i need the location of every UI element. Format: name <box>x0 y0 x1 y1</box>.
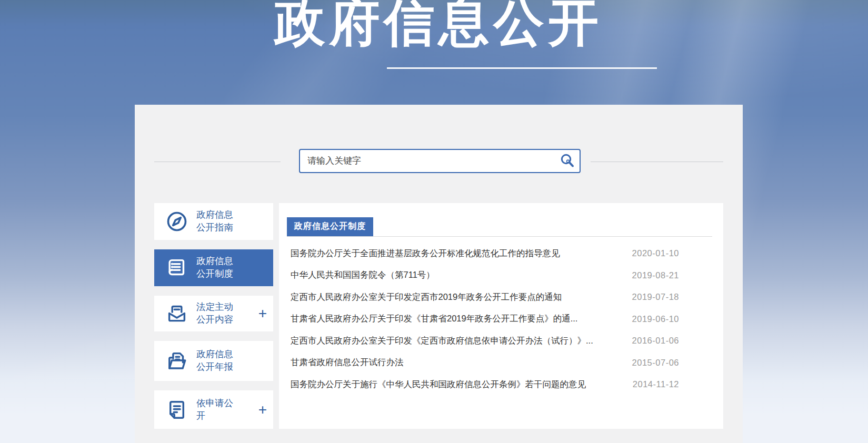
expand-plus-icon[interactable]: + <box>258 402 267 417</box>
sidebar-item-label: 法定主动公开内容 <box>196 301 233 326</box>
title-underline <box>387 67 657 69</box>
search-input[interactable] <box>300 150 555 172</box>
article-date: 2019-07-18 <box>632 292 679 302</box>
sidebar-item-label: 依申请公开 <box>196 397 233 422</box>
article-date: 2019-08-21 <box>632 270 679 280</box>
article-date: 2020-01-10 <box>632 248 679 258</box>
article-row: 国务院办公厅关于施行《中华人民共和国政府信息公开条例》若干问题的意见 2014-… <box>291 374 679 396</box>
article-link[interactable]: 定西市人民政府办公室关于印发定西市2019年政务公开工作要点的通知 <box>291 291 562 303</box>
article-date: 2019-06-10 <box>632 314 679 324</box>
document-lines-icon <box>165 398 189 422</box>
sidebar-item-disclosure-guide[interactable]: 政府信息公开指南 <box>154 203 273 240</box>
search-box <box>299 149 581 173</box>
article-row: 中华人民共和国国务院令（第711号） 2019-08-21 <box>291 265 679 287</box>
folder-document-icon <box>165 349 189 373</box>
article-link[interactable]: 甘肃省政府信息公开试行办法 <box>291 357 404 368</box>
sidebar-item-annual-report[interactable]: 政府信息公开年报 <box>154 341 273 381</box>
search-magnifier-icon <box>559 153 575 170</box>
sidebar-item-statutory-disclosure[interactable]: 法定主动公开内容 + <box>154 296 273 331</box>
sidebar-item-disclosure-by-request[interactable]: 依申请公开 + <box>154 390 273 429</box>
article-date: 2015-07-06 <box>632 358 679 368</box>
article-row: 定西市人民政府办公室关于印发定西市2019年政务公开工作要点的通知 2019-0… <box>291 286 679 308</box>
book-icon <box>165 256 189 280</box>
article-list: 国务院办公厅关于全面推进基层政务公开标准化规范化工作的指导意见 2020-01-… <box>279 237 723 396</box>
article-date: 2014-11-12 <box>633 379 679 389</box>
article-link[interactable]: 定西市人民政府办公室关于印发《定西市政府信息依申请公开办法（试行）》... <box>291 335 593 347</box>
compass-icon <box>165 209 189 234</box>
expand-plus-icon[interactable]: + <box>258 306 267 321</box>
section-header: 政府信息公开制度 <box>287 203 712 237</box>
envelope-letter-icon <box>165 301 189 326</box>
sidebar-item-disclosure-system[interactable]: 政府信息公开制度 <box>154 249 273 286</box>
article-link[interactable]: 中华人民共和国国务院令（第711号） <box>291 269 435 281</box>
article-link[interactable]: 国务院办公厅关于全面推进基层政务公开标准化规范化工作的指导意见 <box>291 248 560 259</box>
article-list-panel: 政府信息公开制度 国务院办公厅关于全面推进基层政务公开标准化规范化工作的指导意见… <box>279 203 723 429</box>
search-divider-right <box>591 162 723 162</box>
article-row: 定西市人民政府办公室关于印发《定西市政府信息依申请公开办法（试行）》... 20… <box>291 330 679 352</box>
sidebar-item-label: 政府信息公开制度 <box>196 255 233 280</box>
search-divider-left <box>154 162 281 162</box>
article-date: 2016-01-06 <box>632 336 679 346</box>
sidebar-nav: 政府信息公开指南 政府信息公开制度 法定主动公开内容 + <box>154 203 273 429</box>
page-title: 政府信息公开 <box>135 0 743 51</box>
article-row: 国务院办公厅关于全面推进基层政务公开标准化规范化工作的指导意见 2020-01-… <box>291 243 679 265</box>
sidebar-item-label: 政府信息公开指南 <box>196 209 233 234</box>
article-row: 甘肃省人民政府办公厅关于印发《甘肃省2019年政务公开工作要点》的通... 20… <box>291 308 679 330</box>
sidebar-item-label: 政府信息公开年报 <box>196 348 233 373</box>
article-link[interactable]: 国务院办公厅关于施行《中华人民共和国政府信息公开条例》若干问题的意见 <box>291 379 586 390</box>
article-link[interactable]: 甘肃省人民政府办公厅关于印发《甘肃省2019年政务公开工作要点》的通... <box>291 313 577 325</box>
article-row: 甘肃省政府信息公开试行办法 2015-07-06 <box>291 352 679 374</box>
section-title-badge: 政府信息公开制度 <box>287 217 373 236</box>
search-button[interactable] <box>555 150 578 172</box>
